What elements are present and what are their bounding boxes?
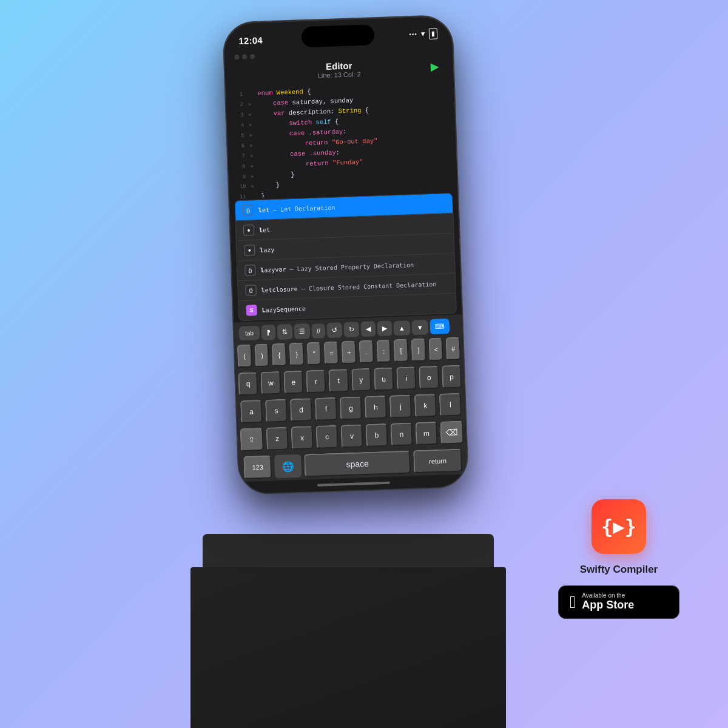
kb-dot[interactable]: . xyxy=(359,340,374,363)
kb-l[interactable]: l xyxy=(439,393,462,417)
dot-2 xyxy=(242,54,247,59)
ac-text-2: let xyxy=(259,226,270,234)
kb-up-key[interactable]: ▲ xyxy=(393,320,410,335)
kb-right-key[interactable]: ▶ xyxy=(377,320,392,336)
status-icons: ••• ▾ ▮ xyxy=(409,29,437,40)
ac-text-1: let – Let Declaration xyxy=(258,204,335,213)
qwerty-row: q w e r t y u i o p xyxy=(238,365,462,396)
kb-lbracket[interactable]: [ xyxy=(394,339,409,362)
kb-n[interactable]: n xyxy=(390,422,413,446)
ac-icon-s: S xyxy=(246,305,257,316)
kb-c[interactable]: c xyxy=(315,425,338,449)
apple-icon:  xyxy=(570,594,576,611)
kb-hash[interactable]: # xyxy=(446,337,461,360)
kb-e[interactable]: e xyxy=(283,371,304,394)
kb-lbrace[interactable]: { xyxy=(272,343,287,367)
pedestal-top xyxy=(203,534,494,570)
appstore-available-text: Available on the xyxy=(582,592,634,599)
kb-lt[interactable]: < xyxy=(428,337,443,361)
appstore-text-area: Available on the App Store xyxy=(582,592,634,612)
kb-w[interactable]: w xyxy=(261,371,281,395)
dot-3 xyxy=(250,54,255,59)
ac-icon-braces-1: {} xyxy=(243,204,254,216)
ac-text-6: LazySequence xyxy=(261,305,306,314)
kb-rbrace[interactable]: } xyxy=(289,343,305,366)
autocomplete-dropdown[interactable]: {} let – Let Declaration • let • lazy {}… xyxy=(234,193,457,321)
status-time: 12:04 xyxy=(238,35,263,46)
kb-snippet-key[interactable]: ⁋ xyxy=(261,325,275,340)
kb-s[interactable]: s xyxy=(265,399,288,423)
keyboard-area: tab ⁋ ⇅ ☰ // ↺ ↻ ◀ ▶ ▲ ▼ ⌨ ( ) { xyxy=(234,314,468,494)
zxcv-row: ⇧ z x c v b n m ⌫ xyxy=(240,420,463,451)
app-name: Swifty Compiler xyxy=(580,564,658,576)
kb-k[interactable]: k xyxy=(414,394,437,417)
kb-o[interactable]: o xyxy=(419,366,439,389)
kb-equals[interactable]: = xyxy=(324,342,339,365)
kb-a[interactable]: a xyxy=(240,400,263,423)
kb-tab-key[interactable]: tab xyxy=(239,326,260,340)
dynamic-island xyxy=(301,24,374,47)
kb-r[interactable]: r xyxy=(306,369,326,393)
app-icon: {▶} xyxy=(592,499,646,554)
pedestal xyxy=(190,534,506,728)
ac-text-3: lazy xyxy=(260,246,274,254)
kb-t[interactable]: t xyxy=(328,369,349,393)
kb-p[interactable]: p xyxy=(442,365,462,388)
kb-u[interactable]: u xyxy=(374,367,394,391)
kb-globe[interactable]: 🌐 xyxy=(274,454,302,479)
kb-q[interactable]: q xyxy=(238,372,258,396)
kb-lparen[interactable]: ( xyxy=(237,345,252,368)
screen: Editor Line: 13 Col: 2 ▶ 1 enum Weekend … xyxy=(224,42,468,494)
kb-m[interactable]: m xyxy=(415,422,437,445)
ac-icon-braces-3: {} xyxy=(245,285,257,296)
ac-icon-dot-1: • xyxy=(243,224,255,236)
kb-rparen[interactable]: ) xyxy=(254,344,269,368)
kb-space[interactable]: space xyxy=(304,450,411,477)
kb-f[interactable]: f xyxy=(315,397,337,421)
battery-icon: ▮ xyxy=(429,29,438,39)
kb-return[interactable]: return xyxy=(413,449,462,474)
kb-b[interactable]: b xyxy=(365,423,388,447)
ac-text-5: letclosure – Closure Stored Constant Dec… xyxy=(261,280,436,293)
kb-z[interactable]: z xyxy=(266,426,288,450)
ac-icon-braces-2: {} xyxy=(244,265,256,276)
kb-colon[interactable]: : xyxy=(376,339,391,363)
kb-x[interactable]: x xyxy=(291,426,313,450)
home-bar xyxy=(317,482,390,487)
kb-down-key[interactable]: ▼ xyxy=(411,320,428,335)
wifi-icon: ▾ xyxy=(421,30,426,39)
ac-icon-dot-2: • xyxy=(244,244,255,256)
kb-v[interactable]: v xyxy=(340,424,363,448)
asdf-row: a s d f g h j k l xyxy=(239,393,463,423)
kb-redo-key[interactable]: ↻ xyxy=(344,322,360,337)
kb-delete[interactable]: ⌫ xyxy=(440,420,463,444)
kb-d[interactable]: d xyxy=(290,398,312,422)
kb-undo-key[interactable]: ↺ xyxy=(327,322,343,338)
ac-text-4: lazyvar – Lazy Stored Property Declarati… xyxy=(260,261,414,274)
kb-indent-key[interactable]: ⇅ xyxy=(277,324,292,340)
kb-y[interactable]: y xyxy=(351,368,372,392)
dot-1 xyxy=(234,55,239,59)
app-icon-content: {▶} xyxy=(601,515,636,538)
kb-list-key[interactable]: ☰ xyxy=(294,323,310,339)
kb-quote[interactable]: " xyxy=(306,342,322,366)
kb-comment-key[interactable]: // xyxy=(311,323,325,339)
signal-dots-icon: ••• xyxy=(409,31,417,38)
run-button[interactable]: ▶ xyxy=(426,58,443,75)
kb-h[interactable]: h xyxy=(365,396,387,419)
kb-plus[interactable]: + xyxy=(342,341,357,365)
kb-j[interactable]: j xyxy=(389,394,412,418)
appstore-store-name: App Store xyxy=(582,599,634,612)
kb-left-key[interactable]: ◀ xyxy=(360,321,376,337)
appstore-badge[interactable]:  Available on the App Store xyxy=(558,585,679,619)
kb-num-switch[interactable]: 123 xyxy=(243,455,272,479)
kb-keyboard-key[interactable]: ⌨ xyxy=(430,318,450,334)
kb-i[interactable]: i xyxy=(396,366,417,390)
kb-rbracket[interactable]: ] xyxy=(411,338,426,362)
kb-shift[interactable]: ⇧ xyxy=(240,428,263,451)
pedestal-body xyxy=(190,567,506,728)
editor-title-area: Editor Line: 13 Col: 2 xyxy=(252,58,427,81)
phone: 12:04 ••• ▾ ▮ Editor Line: 13 Col: 2 xyxy=(222,15,469,496)
kb-g[interactable]: g xyxy=(340,396,362,420)
code-editor[interactable]: 1 enum Weekend { 2 » case saturday, sund… xyxy=(226,79,457,200)
